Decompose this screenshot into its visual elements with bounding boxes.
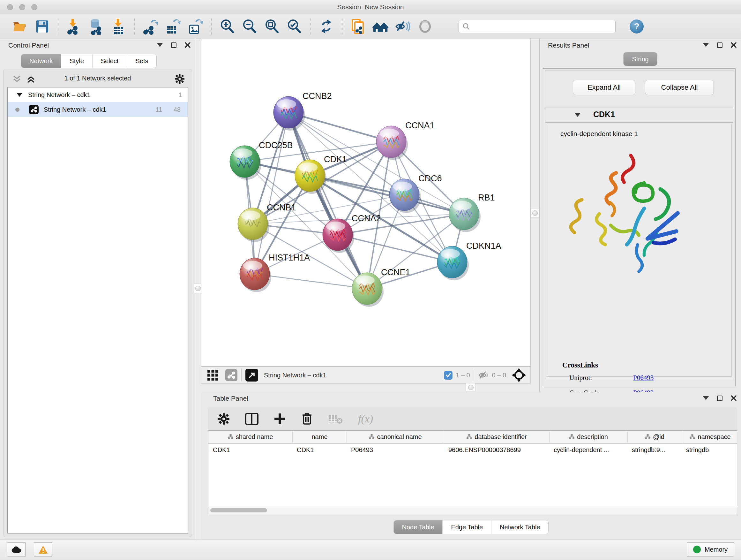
section-expander-icon[interactable]	[575, 113, 581, 117]
collapse-all-button[interactable]: Collapse All	[645, 80, 714, 95]
network-node-CDKN1A[interactable]: CDKN1A	[437, 241, 501, 280]
horizontal-scrollbar[interactable]	[208, 507, 737, 514]
tab-string[interactable]: String	[623, 52, 657, 66]
cloud-button[interactable]	[7, 543, 25, 557]
network-list: String Network – cdk1 1 String Network –…	[7, 87, 188, 534]
tab-network-table[interactable]: Network Table	[491, 520, 548, 534]
network-edge-CCNA2-CDKN1A[interactable]	[338, 235, 452, 262]
panel-collapse-icon[interactable]	[703, 43, 709, 47]
column-header-canonical-name[interactable]: canonical name	[347, 431, 444, 443]
tab-network[interactable]: Network	[21, 54, 61, 68]
refresh-icon[interactable]	[318, 18, 334, 35]
network-node-HIST1H1A[interactable]: HIST1H1A	[240, 253, 310, 292]
warning-button[interactable]	[34, 543, 52, 557]
panel-float-icon[interactable]	[717, 395, 723, 401]
panel-close-icon[interactable]	[185, 42, 191, 48]
column-header-name[interactable]: name	[292, 431, 347, 443]
cell-name[interactable]: CDK1	[292, 443, 347, 456]
bottom-splitter[interactable]	[201, 384, 531, 392]
hide-graphics-details-icon[interactable]	[394, 18, 411, 35]
column-header-namespace[interactable]: namespace	[682, 431, 737, 443]
import-network-file-icon[interactable]	[66, 18, 82, 35]
column-header-description[interactable]: description	[549, 431, 627, 443]
tree-expander-icon[interactable]	[17, 93, 22, 97]
cell-shared-name[interactable]: CDK1	[208, 443, 292, 456]
panel-float-icon[interactable]	[717, 43, 723, 48]
gear-icon[interactable]	[218, 413, 230, 425]
splitter-knob[interactable]	[468, 385, 474, 390]
birdseye-view-icon[interactable]	[246, 369, 258, 381]
export-network-icon[interactable]	[142, 18, 159, 35]
column-header-database-identifier[interactable]: database identifier	[444, 431, 549, 443]
save-session-icon[interactable]	[34, 18, 51, 35]
gear-icon[interactable]	[175, 74, 185, 84]
tab-edge-table[interactable]: Edge Table	[442, 520, 491, 534]
copy-style-icon[interactable]	[350, 18, 366, 35]
panel-collapse-icon[interactable]	[157, 43, 163, 47]
search-input[interactable]	[459, 20, 616, 33]
presentation-mode-icon[interactable]	[417, 18, 433, 35]
cell-description[interactable]: cyclin-dependent ...	[549, 443, 627, 456]
right-splitter[interactable]	[531, 39, 539, 392]
left-splitter[interactable]	[195, 39, 201, 540]
column-header-shared-name[interactable]: shared name	[208, 431, 292, 443]
selected-checkbox-icon[interactable]	[444, 371, 453, 380]
split-columns-icon[interactable]	[245, 413, 259, 425]
scrollbar-thumb[interactable]	[210, 508, 267, 512]
cell--id[interactable]: stringdb:9...	[627, 443, 682, 456]
control-panel: Control Panel Network Style Select Sets …	[0, 39, 195, 540]
crosslink-uniprot[interactable]: P06493	[633, 374, 654, 382]
node-table[interactable]: shared namenamecanonical namedatabase id…	[208, 430, 737, 507]
import-table-icon[interactable]	[111, 18, 127, 35]
function-builder-icon[interactable]: f(x)	[358, 413, 373, 425]
zoom-fit-icon[interactable]	[264, 18, 280, 35]
open-session-icon[interactable]	[11, 18, 28, 35]
node-label-CDKN1A: CDKN1A	[466, 241, 501, 251]
cell-namespace[interactable]: stringdb	[682, 443, 737, 456]
network-canvas[interactable]: CCNB2CCNA1CDC25BCDK1CDC6RB1CCNB1CCNA2CDK…	[201, 39, 531, 367]
grid-view-icon[interactable]	[206, 369, 219, 381]
network-node-RB1[interactable]: RB1	[449, 193, 495, 232]
memory-button[interactable]: Memory	[687, 543, 734, 557]
tab-sets[interactable]: Sets	[127, 54, 156, 68]
tab-node-table[interactable]: Node Table	[394, 520, 443, 534]
cdk1-section-header[interactable]: CDK1	[545, 108, 733, 123]
network-node-CCNB2[interactable]: CCNB2	[273, 91, 332, 131]
show-all-icon[interactable]	[372, 18, 389, 35]
splitter-knob[interactable]	[532, 210, 538, 216]
cell-database-identifier[interactable]: 9606.ENSP00000378699	[444, 443, 549, 456]
panel-close-icon[interactable]	[731, 395, 737, 401]
network-edge-CCNB2-HIST1H1A[interactable]	[255, 112, 288, 274]
zoom-in-icon[interactable]	[219, 18, 235, 35]
table-row[interactable]: CDK1CDK1P064939606.ENSP00000378699cyclin…	[208, 443, 737, 456]
panel-close-icon[interactable]	[731, 42, 737, 48]
network-share-icon[interactable]	[225, 369, 238, 381]
expand-all-button[interactable]: Expand All	[573, 80, 635, 95]
zoom-selected-icon[interactable]	[286, 18, 302, 35]
network-node-CDK1[interactable]: CDK1	[295, 154, 347, 194]
panel-float-icon[interactable]	[171, 43, 177, 48]
add-column-icon[interactable]	[274, 413, 286, 425]
export-image-icon[interactable]	[187, 18, 204, 35]
cell-canonical-name[interactable]: P06493	[347, 443, 444, 456]
node-label-CCNB1: CCNB1	[267, 203, 296, 212]
pan-crosshair-icon[interactable]	[512, 368, 526, 382]
splitter-knob[interactable]	[195, 286, 201, 291]
column-header--id[interactable]: @id	[627, 431, 682, 443]
tab-style[interactable]: Style	[61, 54, 92, 68]
network-row[interactable]: String Network – cdk1 11 48	[8, 102, 188, 117]
tab-select[interactable]: Select	[92, 54, 127, 68]
import-network-database-icon[interactable]	[88, 18, 105, 35]
shared-column-icon	[467, 434, 472, 439]
network-node-CDC25B[interactable]: CDC25B	[230, 140, 293, 180]
export-table-icon[interactable]	[165, 18, 181, 35]
network-collection-row[interactable]: String Network – cdk1 1	[8, 87, 188, 102]
delete-table-icon[interactable]	[328, 414, 343, 424]
node-label-CCNA1: CCNA1	[405, 121, 434, 130]
help-icon[interactable]: ?	[630, 19, 644, 34]
panel-collapse-icon[interactable]	[703, 396, 709, 400]
network-node-CCNA1[interactable]: CCNA1	[376, 121, 434, 160]
network-edge-HIST1H1A-CCNE1[interactable]	[255, 274, 367, 289]
zoom-out-icon[interactable]	[241, 18, 258, 35]
delete-column-icon[interactable]	[301, 413, 313, 425]
